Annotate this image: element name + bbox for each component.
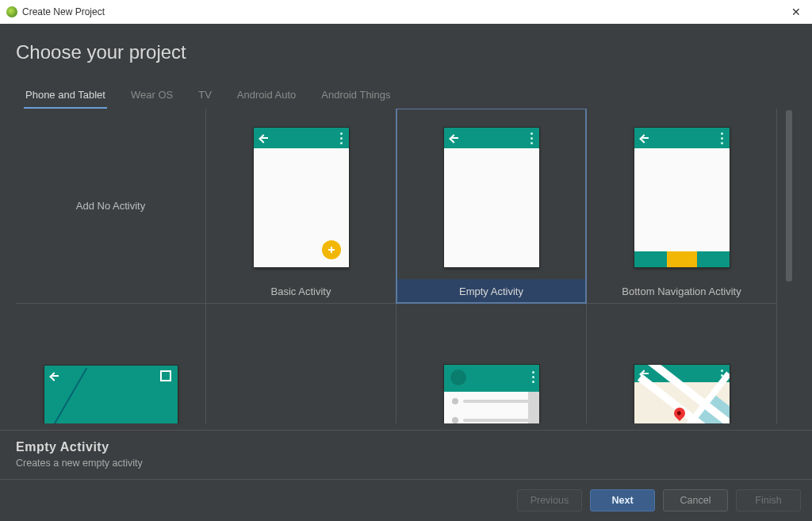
template-label: Basic Activity — [206, 279, 396, 303]
fab-add-icon — [322, 240, 341, 259]
overflow-menu-icon — [721, 132, 723, 147]
bottom-nav-icon — [634, 251, 730, 267]
titlebar: Create New Project ✕ — [0, 0, 812, 25]
template-navigation-drawer-activity[interactable] — [396, 303, 587, 423]
selection-description: Empty Activity Creates a new empty activ… — [0, 430, 812, 480]
template-google-maps-activity[interactable] — [586, 303, 777, 423]
back-arrow-icon — [51, 372, 59, 380]
avatar-icon — [450, 370, 466, 385]
window-title: Create New Project — [22, 6, 105, 17]
template-label: Add No Activity — [76, 200, 145, 212]
tab-phone-and-tablet[interactable]: Phone and Tablet — [24, 84, 107, 109]
template-bottom-navigation-activity[interactable]: Bottom Navigation Activity — [586, 109, 777, 304]
template-fullscreen-activity[interactable] — [16, 303, 206, 423]
scrollbar-thumb[interactable] — [786, 110, 792, 282]
tab-android-auto[interactable]: Android Auto — [236, 84, 297, 109]
template-add-no-activity[interactable]: Add No Activity — [16, 109, 206, 304]
app-icon — [6, 6, 17, 17]
selection-title: Empty Activity — [16, 440, 796, 454]
gallery-scrollbar[interactable] — [783, 110, 795, 422]
template-label: Empty Activity — [396, 279, 586, 303]
template-thumbnail — [16, 304, 205, 423]
template-thumbnail — [396, 109, 586, 279]
next-button[interactable]: Next — [590, 489, 655, 511]
tab-android-things[interactable]: Android Things — [320, 84, 392, 109]
wizard-footer: Previous Next Cancel Finish — [0, 479, 812, 521]
content-area: Choose your project Phone and Tablet Wea… — [0, 24, 812, 480]
back-arrow-icon — [641, 134, 649, 142]
overflow-menu-icon — [340, 132, 343, 147]
template-thumbnail — [396, 304, 586, 423]
template-gallery: Add No Activity Basic Activity — [14, 109, 798, 423]
previous-button[interactable]: Previous — [517, 489, 582, 511]
back-arrow-icon — [260, 134, 268, 142]
fullscreen-icon — [160, 370, 171, 381]
template-thumbnail — [587, 304, 776, 423]
template-master-detail-flow[interactable] — [205, 303, 396, 423]
template-thumbnail — [206, 304, 396, 423]
selection-subtitle: Creates a new empty activity — [16, 458, 796, 469]
back-arrow-icon — [450, 134, 458, 142]
finish-button[interactable]: Finish — [736, 489, 801, 511]
template-thumbnail — [206, 109, 396, 279]
overflow-menu-icon — [532, 371, 534, 385]
diagonal-line-icon — [31, 367, 86, 423]
page-title: Choose your project — [0, 24, 812, 70]
device-tabs: Phone and Tablet Wear OS TV Android Auto… — [0, 70, 812, 109]
tab-tv[interactable]: TV — [197, 84, 213, 109]
tab-wear-os[interactable]: Wear OS — [129, 84, 174, 109]
cancel-button[interactable]: Cancel — [663, 489, 728, 511]
close-icon[interactable]: ✕ — [787, 4, 806, 20]
template-label: Bottom Navigation Activity — [587, 279, 776, 303]
overflow-menu-icon — [530, 132, 533, 147]
template-basic-activity[interactable]: Basic Activity — [205, 109, 396, 304]
template-empty-activity[interactable]: Empty Activity — [396, 109, 587, 304]
template-thumbnail — [587, 109, 776, 279]
